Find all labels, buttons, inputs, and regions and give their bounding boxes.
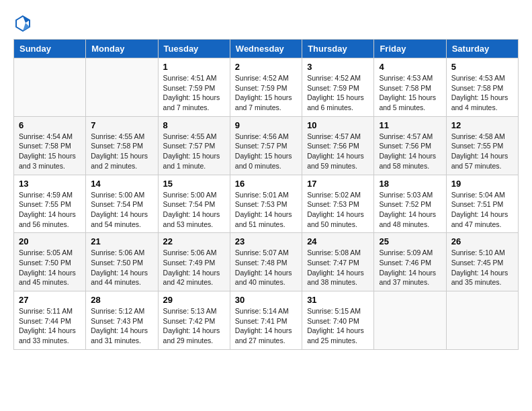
calendar-cell: 13Sunrise: 4:59 AM Sunset: 7:55 PM Dayli… <box>14 175 86 233</box>
day-info: Sunrise: 4:51 AM Sunset: 7:59 PM Dayligh… <box>163 73 225 113</box>
header-tuesday: Tuesday <box>158 40 230 58</box>
week-row-2: 13Sunrise: 4:59 AM Sunset: 7:55 PM Dayli… <box>14 175 519 233</box>
calendar-cell <box>86 58 158 117</box>
day-info: Sunrise: 5:05 AM Sunset: 7:50 PM Dayligh… <box>19 248 81 287</box>
week-row-0: 1Sunrise: 4:51 AM Sunset: 7:59 PM Daylig… <box>14 58 519 117</box>
day-number: 20 <box>19 236 81 246</box>
day-info: Sunrise: 5:15 AM Sunset: 7:40 PM Dayligh… <box>307 306 369 346</box>
day-number: 29 <box>163 295 225 305</box>
day-info: Sunrise: 4:55 AM Sunset: 7:58 PM Dayligh… <box>91 132 152 171</box>
calendar-cell: 18Sunrise: 5:03 AM Sunset: 7:52 PM Dayli… <box>374 175 446 233</box>
day-number: 19 <box>451 179 513 189</box>
calendar-cell: 29Sunrise: 5:13 AM Sunset: 7:42 PM Dayli… <box>158 291 230 350</box>
header-wednesday: Wednesday <box>230 40 302 58</box>
calendar-cell: 5Sunrise: 4:53 AM Sunset: 7:58 PM Daylig… <box>446 58 518 117</box>
day-number: 12 <box>451 120 513 130</box>
day-info: Sunrise: 5:01 AM Sunset: 7:53 PM Dayligh… <box>235 190 297 230</box>
day-number: 21 <box>91 236 152 246</box>
day-number: 28 <box>91 295 152 305</box>
header-thursday: Thursday <box>302 40 374 58</box>
day-info: Sunrise: 4:55 AM Sunset: 7:57 PM Dayligh… <box>163 132 225 171</box>
day-info: Sunrise: 5:06 AM Sunset: 7:50 PM Dayligh… <box>91 248 152 287</box>
calendar-cell: 22Sunrise: 5:06 AM Sunset: 7:49 PM Dayli… <box>158 233 230 291</box>
calendar-body: 1Sunrise: 4:51 AM Sunset: 7:59 PM Daylig… <box>14 58 519 350</box>
calendar-cell: 7Sunrise: 4:55 AM Sunset: 7:58 PM Daylig… <box>86 116 158 175</box>
day-number: 1 <box>163 62 225 72</box>
day-number: 25 <box>379 236 441 246</box>
week-row-4: 27Sunrise: 5:11 AM Sunset: 7:44 PM Dayli… <box>14 291 519 350</box>
day-number: 23 <box>235 236 297 246</box>
calendar-cell: 21Sunrise: 5:06 AM Sunset: 7:50 PM Dayli… <box>86 233 158 291</box>
day-info: Sunrise: 5:13 AM Sunset: 7:42 PM Dayligh… <box>163 306 225 346</box>
day-number: 16 <box>235 179 297 189</box>
calendar-header: SundayMondayTuesdayWednesdayThursdayFrid… <box>14 40 519 58</box>
day-number: 8 <box>163 120 225 130</box>
day-info: Sunrise: 5:08 AM Sunset: 7:47 PM Dayligh… <box>307 248 369 287</box>
header-monday: Monday <box>86 40 158 58</box>
day-number: 27 <box>19 295 81 305</box>
calendar-cell: 26Sunrise: 5:10 AM Sunset: 7:45 PM Dayli… <box>446 233 518 291</box>
page-header <box>13 13 519 32</box>
day-info: Sunrise: 5:04 AM Sunset: 7:51 PM Dayligh… <box>451 190 513 230</box>
day-info: Sunrise: 4:59 AM Sunset: 7:55 PM Dayligh… <box>19 190 81 230</box>
calendar-cell: 14Sunrise: 5:00 AM Sunset: 7:54 PM Dayli… <box>86 175 158 233</box>
day-info: Sunrise: 5:09 AM Sunset: 7:46 PM Dayligh… <box>379 248 441 287</box>
calendar-cell: 24Sunrise: 5:08 AM Sunset: 7:47 PM Dayli… <box>302 233 374 291</box>
day-number: 3 <box>307 62 369 72</box>
calendar-cell: 3Sunrise: 4:52 AM Sunset: 7:59 PM Daylig… <box>302 58 374 117</box>
calendar-cell: 31Sunrise: 5:15 AM Sunset: 7:40 PM Dayli… <box>302 291 374 350</box>
calendar-cell: 1Sunrise: 4:51 AM Sunset: 7:59 PM Daylig… <box>158 58 230 117</box>
day-info: Sunrise: 4:57 AM Sunset: 7:56 PM Dayligh… <box>307 132 369 171</box>
day-info: Sunrise: 5:06 AM Sunset: 7:49 PM Dayligh… <box>163 248 225 287</box>
day-info: Sunrise: 5:03 AM Sunset: 7:52 PM Dayligh… <box>379 190 441 230</box>
day-info: Sunrise: 5:02 AM Sunset: 7:53 PM Dayligh… <box>307 190 369 230</box>
day-number: 15 <box>163 179 225 189</box>
calendar-cell: 23Sunrise: 5:07 AM Sunset: 7:48 PM Dayli… <box>230 233 302 291</box>
calendar-cell: 16Sunrise: 5:01 AM Sunset: 7:53 PM Dayli… <box>230 175 302 233</box>
day-number: 26 <box>451 236 513 246</box>
calendar-cell: 25Sunrise: 5:09 AM Sunset: 7:46 PM Dayli… <box>374 233 446 291</box>
day-number: 30 <box>235 295 297 305</box>
day-info: Sunrise: 4:52 AM Sunset: 7:59 PM Dayligh… <box>235 73 297 113</box>
day-number: 14 <box>91 179 152 189</box>
calendar-cell: 12Sunrise: 4:58 AM Sunset: 7:55 PM Dayli… <box>446 116 518 175</box>
day-number: 5 <box>451 62 513 72</box>
day-number: 7 <box>91 120 152 130</box>
logo <box>13 13 35 32</box>
day-info: Sunrise: 5:14 AM Sunset: 7:41 PM Dayligh… <box>235 306 297 346</box>
day-info: Sunrise: 5:00 AM Sunset: 7:54 PM Dayligh… <box>91 190 152 230</box>
day-number: 18 <box>379 179 441 189</box>
header-sunday: Sunday <box>14 40 86 58</box>
day-number: 22 <box>163 236 225 246</box>
calendar-cell: 17Sunrise: 5:02 AM Sunset: 7:53 PM Dayli… <box>302 175 374 233</box>
day-number: 10 <box>307 120 369 130</box>
header-row: SundayMondayTuesdayWednesdayThursdayFrid… <box>14 40 519 58</box>
calendar-cell: 30Sunrise: 5:14 AM Sunset: 7:41 PM Dayli… <box>230 291 302 350</box>
day-number: 31 <box>307 295 369 305</box>
calendar-cell <box>14 58 86 117</box>
calendar-cell: 10Sunrise: 4:57 AM Sunset: 7:56 PM Dayli… <box>302 116 374 175</box>
week-row-3: 20Sunrise: 5:05 AM Sunset: 7:50 PM Dayli… <box>14 233 519 291</box>
day-info: Sunrise: 4:54 AM Sunset: 7:58 PM Dayligh… <box>19 132 81 171</box>
day-info: Sunrise: 4:58 AM Sunset: 7:55 PM Dayligh… <box>451 132 513 171</box>
day-number: 24 <box>307 236 369 246</box>
day-info: Sunrise: 4:52 AM Sunset: 7:59 PM Dayligh… <box>307 73 369 113</box>
day-number: 13 <box>19 179 81 189</box>
calendar-cell <box>446 291 518 350</box>
day-info: Sunrise: 4:56 AM Sunset: 7:57 PM Dayligh… <box>235 132 297 171</box>
day-info: Sunrise: 5:00 AM Sunset: 7:54 PM Dayligh… <box>163 190 225 230</box>
header-saturday: Saturday <box>446 40 518 58</box>
day-info: Sunrise: 4:53 AM Sunset: 7:58 PM Dayligh… <box>379 73 441 113</box>
calendar-cell: 2Sunrise: 4:52 AM Sunset: 7:59 PM Daylig… <box>230 58 302 117</box>
day-info: Sunrise: 5:07 AM Sunset: 7:48 PM Dayligh… <box>235 248 297 287</box>
week-row-1: 6Sunrise: 4:54 AM Sunset: 7:58 PM Daylig… <box>14 116 519 175</box>
day-number: 6 <box>19 120 81 130</box>
calendar-cell: 27Sunrise: 5:11 AM Sunset: 7:44 PM Dayli… <box>14 291 86 350</box>
calendar-cell: 28Sunrise: 5:12 AM Sunset: 7:43 PM Dayli… <box>86 291 158 350</box>
day-number: 2 <box>235 62 297 72</box>
day-info: Sunrise: 5:10 AM Sunset: 7:45 PM Dayligh… <box>451 248 513 287</box>
calendar-cell: 4Sunrise: 4:53 AM Sunset: 7:58 PM Daylig… <box>374 58 446 117</box>
calendar-table: SundayMondayTuesdayWednesdayThursdayFrid… <box>13 39 519 350</box>
day-info: Sunrise: 5:12 AM Sunset: 7:43 PM Dayligh… <box>91 306 152 346</box>
day-number: 9 <box>235 120 297 130</box>
